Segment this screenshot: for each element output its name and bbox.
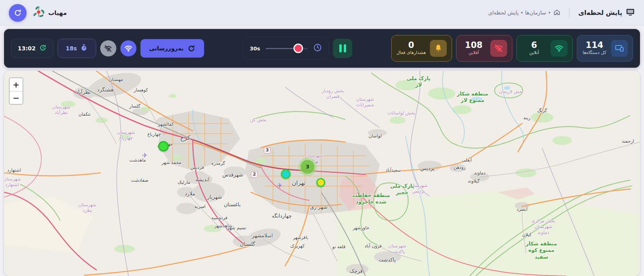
- pause-button[interactable]: [333, 39, 352, 58]
- interval-label: 30s: [250, 46, 260, 52]
- map-label: بخش مرکزی شهرستان دماوند: [531, 218, 555, 236]
- countdown-value: 18s: [66, 45, 77, 52]
- zoom-in-button[interactable]: +: [10, 78, 23, 91]
- map-cluster-marker[interactable]: 3: [298, 158, 317, 176]
- map-label: محمد شهر: [162, 160, 182, 166]
- map-label: بخش لواسانات: [387, 110, 415, 116]
- map-label: لواسان: [369, 133, 382, 139]
- map-label: شهرستان پردیس: [410, 183, 427, 195]
- map-label: کوهسار: [134, 87, 148, 93]
- map-label: گزنگ: [537, 108, 547, 114]
- stat-card-online: 6 آنلاین: [516, 35, 573, 62]
- map-label: شهرستان نظرآباد: [52, 104, 70, 116]
- map-container[interactable]: + − مهستانهشتگردنظرآبادکوهسارگلسارتنکمان…: [4, 71, 640, 276]
- map-label: چهاردانگه: [272, 213, 291, 219]
- map-device-marker[interactable]: [158, 141, 169, 151]
- map-label: شهرستان ملارد: [78, 202, 96, 214]
- map-label: شهر ری: [310, 204, 328, 210]
- map-label: بخش رودبار قصران: [322, 88, 344, 100]
- map-label: شهرستان پاکدشت: [388, 243, 406, 255]
- header-divider: [569, 8, 570, 18]
- stat-card-active-alerts: 0 هشدارهای فعال: [391, 35, 452, 62]
- map-label: شهرستان چهارباغ: [117, 130, 135, 141]
- header-brand-group: مهیاب: [9, 4, 67, 22]
- map-label: رینه: [523, 115, 530, 121]
- map-label: قرچک: [350, 268, 363, 274]
- map-label: تهران: [292, 179, 306, 187]
- map-label: شهرستان شمیرانات: [356, 97, 374, 108]
- map-label: اندیشه: [196, 176, 210, 183]
- map-label: گلسار: [129, 104, 140, 109]
- map-label: خاورشهر: [353, 225, 369, 231]
- map-label: امیریه: [194, 204, 205, 210]
- update-button[interactable]: به‌روزرسانی: [140, 39, 204, 58]
- map-label: کهریزک: [290, 243, 304, 249]
- map-label: شهرقدس: [223, 172, 243, 178]
- monitoring-toolbar: 114 کل دستگاه‌ها 6 آنلاین 108 آفلاین: [4, 29, 640, 68]
- offline-label: آفلاین: [469, 50, 479, 56]
- map-label: نسیم شهر: [227, 225, 246, 231]
- stats-group: 114 کل دستگاه‌ها 6 آنلاین 108 آفلاین: [391, 35, 633, 62]
- refresh-interval-slider-group: 30s: [243, 37, 329, 60]
- map-label: شهرستان اشتهارد: [4, 176, 21, 188]
- bell-icon: [430, 40, 447, 57]
- clock-icon: [313, 43, 322, 54]
- map-label: شاهدشهر: [215, 223, 233, 229]
- map-label: اسلامشهر: [252, 232, 273, 239]
- page-title-group: پایش لحظه‌ای: [578, 7, 635, 19]
- map-label: صفادشت: [131, 178, 148, 183]
- map-label: چهارباغ: [147, 132, 161, 137]
- map-label: بخش کن: [250, 117, 266, 123]
- map-label: مهستان: [109, 77, 123, 83]
- map-label: باقرشهر: [293, 235, 308, 241]
- map-label: 2: [251, 171, 258, 178]
- map-label: گرمدره: [211, 161, 225, 166]
- map-label: گیلاوند: [468, 178, 479, 184]
- map-label: ✈: [142, 151, 147, 160]
- online-label: آنلاین: [529, 50, 539, 56]
- wifi-icon: [551, 40, 568, 57]
- slider-thumb[interactable]: [293, 44, 303, 53]
- map-label: نظرآباد: [76, 89, 91, 95]
- map-label: هشتگرد: [97, 87, 114, 93]
- map-label: شهریار: [207, 194, 222, 200]
- map-label: کرج: [180, 134, 190, 142]
- brand: مهیاب: [32, 6, 67, 20]
- map-label: فردیس: [190, 165, 204, 170]
- map-label: پارک ملی لار: [407, 75, 430, 89]
- map-zoom-control: + −: [9, 77, 23, 105]
- map-device-marker[interactable]: [316, 178, 325, 187]
- devices-icon: [611, 40, 628, 57]
- map-label: پارک ملی خجیر: [390, 183, 414, 196]
- header-refresh-button[interactable]: [9, 4, 27, 22]
- map-label: آبعلی: [462, 158, 472, 163]
- interval-slider[interactable]: [266, 48, 308, 49]
- map-label: کیلان: [522, 232, 531, 238]
- map-device-marker[interactable]: [281, 169, 291, 179]
- brand-label: مهیاب: [48, 9, 67, 17]
- last-refresh-time-chip: 13:02: [11, 39, 54, 58]
- zoom-out-button[interactable]: −: [10, 91, 23, 104]
- map-label: مارلیک: [178, 180, 190, 185]
- map-label: قلعه نو: [332, 244, 345, 250]
- update-button-label: به‌روزرسانی: [149, 45, 184, 52]
- refresh-clock-icon: [39, 44, 47, 53]
- map-label: 3: [264, 147, 270, 154]
- alerts-value: 0: [408, 41, 414, 50]
- map-label: سعیدآباد: [386, 168, 401, 173]
- home-icon[interactable]: [553, 9, 560, 17]
- refresh-group: به‌روزرسانی 18s 13:02: [11, 39, 204, 58]
- map-label: ارجمند: [622, 139, 634, 144]
- breadcrumb[interactable]: • سازمان‌ها • پایش لحظه‌ای: [488, 9, 560, 17]
- breadcrumb-text[interactable]: • سازمان‌ها • پایش لحظه‌ای: [488, 10, 551, 16]
- map-label: بخش لاریجان: [499, 89, 524, 95]
- playback-group: 30s: [243, 37, 352, 60]
- map-label: منطقه شکار ممنوع کوه سفید: [526, 241, 557, 260]
- last-refresh-time: 13:02: [18, 45, 36, 52]
- map-label: اشتهارد: [7, 168, 21, 173]
- total-devices-value: 114: [586, 41, 603, 50]
- wifi-on-toggle[interactable]: [120, 40, 136, 56]
- header-title-group: پایش لحظه‌ای • سازمان‌ها • پایش لحظه‌ای: [488, 7, 635, 19]
- wifi-off-toggle[interactable]: [100, 40, 116, 56]
- map-overlay: مهستانهشتگردنظرآبادکوهسارگلسارتنکمانشهرس…: [4, 71, 640, 276]
